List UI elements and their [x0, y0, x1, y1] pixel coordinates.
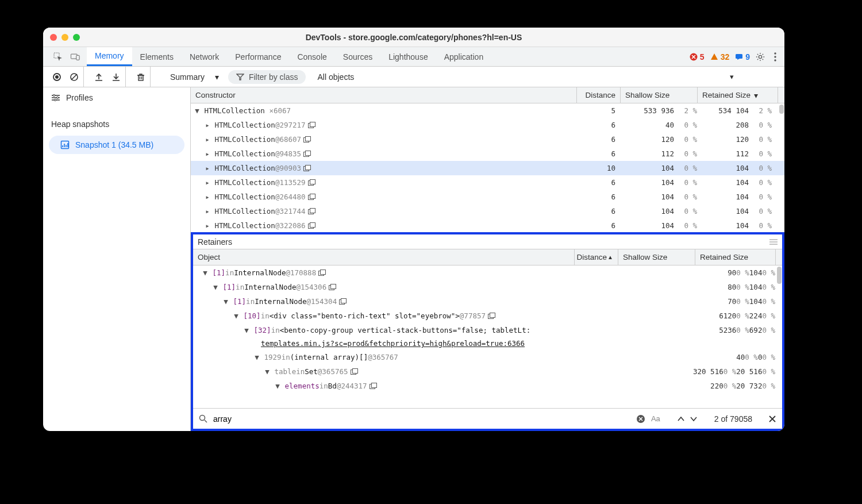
svg-point-14: [774, 52, 776, 54]
col-distance[interactable]: Distance: [576, 87, 620, 103]
svg-line-63: [205, 420, 207, 422]
tab-network[interactable]: Network: [182, 47, 227, 66]
scrollbar[interactable]: [776, 266, 782, 408]
retainer-row[interactable]: ▼ [1] in InternalNode @170888900 %1040 %: [193, 266, 782, 280]
zoom-window-button[interactable]: [73, 34, 80, 41]
col-shallow-r[interactable]: Shallow Size: [618, 249, 695, 265]
col-distance-r[interactable]: Distance▲: [574, 249, 618, 265]
table-row[interactable]: ▸ HTMLCollection @9483561120 %1120 %: [191, 147, 784, 161]
warning-count[interactable]: 32: [710, 52, 730, 61]
clear-icon[interactable]: [70, 72, 79, 82]
record-icon[interactable]: [52, 72, 61, 82]
table-row[interactable]: ▸ HTMLCollection @26448061040 %1040 %: [191, 190, 784, 204]
collapse-icon[interactable]: ▼: [233, 311, 239, 320]
error-count[interactable]: 5: [690, 52, 705, 61]
expand-icon[interactable]: ▸: [205, 207, 210, 216]
col-shallow[interactable]: Shallow Size: [620, 87, 697, 103]
close-window-button[interactable]: [50, 34, 57, 41]
svg-point-18: [55, 75, 59, 79]
table-row[interactable]: ▸ HTMLCollection @11352961040 %1040 %: [191, 175, 784, 190]
popout-icon[interactable]: [316, 270, 326, 276]
download-icon[interactable]: [111, 72, 121, 82]
settings-icon[interactable]: [756, 52, 765, 61]
retainer-row[interactable]: ▼ table in Set @365765320 5160 %20 5160 …: [193, 364, 782, 379]
tab-application[interactable]: Application: [436, 47, 492, 66]
retainer-row[interactable]: ▼ [1] in InternalNode @154304700 %1040 %: [193, 294, 782, 309]
tab-performance[interactable]: Performance: [227, 47, 289, 66]
collapse-icon[interactable]: ▼: [202, 268, 208, 277]
svg-line-20: [71, 74, 77, 80]
expand-icon[interactable]: ▸: [205, 149, 210, 158]
table-row[interactable]: ▸ HTMLCollection @90903101040 %1040 %: [191, 161, 784, 175]
popout-icon[interactable]: [301, 151, 311, 157]
popout-icon[interactable]: [486, 313, 495, 319]
menu-icon[interactable]: [769, 239, 778, 245]
inspect-icon[interactable]: [53, 52, 63, 61]
popout-icon[interactable]: [306, 194, 315, 200]
expand-icon[interactable]: ▸: [205, 221, 210, 230]
prev-match-icon[interactable]: [678, 416, 684, 422]
upload-icon[interactable]: [94, 72, 103, 82]
retainer-row[interactable]: ▼ [32] in <bento-copy-group vertical-sta…: [193, 323, 782, 337]
expand-icon[interactable]: ▸: [205, 135, 210, 144]
tab-console[interactable]: Console: [289, 47, 334, 66]
match-case-toggle[interactable]: Aa: [651, 414, 660, 423]
collapse-icon[interactable]: ▼: [223, 297, 229, 306]
table-row[interactable]: ▸ HTMLCollection @2972176400 %2080 %: [191, 118, 784, 132]
message-count[interactable]: 9: [735, 52, 750, 61]
tab-lighthouse[interactable]: Lighthouse: [380, 47, 436, 66]
collapse-icon[interactable]: ▼: [275, 382, 280, 390]
chevron-down-icon[interactable]: ▾: [730, 72, 780, 81]
expand-icon[interactable]: ▸: [205, 178, 210, 187]
retainer-row[interactable]: ▼ 1929 in (internal array)[] @365767400 …: [193, 350, 782, 364]
gc-icon[interactable]: [136, 72, 145, 82]
search-input[interactable]: [213, 414, 630, 424]
popout-icon[interactable]: [367, 383, 377, 389]
collapse-icon[interactable]: ▼: [244, 326, 249, 334]
retainer-row[interactable]: ▼ [10] in <div class="bento-rich-text" s…: [193, 309, 782, 323]
expand-icon[interactable]: ▼: [194, 106, 200, 115]
snapshot-item[interactable]: Snapshot 1 (34.5 MB): [49, 136, 184, 154]
col-object[interactable]: Object: [193, 249, 574, 265]
popout-icon[interactable]: [348, 368, 358, 375]
constructor-group-row[interactable]: ▼ HTMLCollection ×6067 5 533 9362 % 534 …: [191, 103, 784, 118]
tab-elements[interactable]: Elements: [132, 47, 182, 66]
objects-select[interactable]: All objects: [314, 72, 357, 82]
collapse-icon[interactable]: ▼: [264, 367, 270, 376]
class-filter[interactable]: Filter by class: [228, 70, 306, 84]
tab-sources[interactable]: Sources: [335, 47, 380, 66]
expand-icon[interactable]: ▸: [205, 121, 210, 129]
scrollbar[interactable]: [779, 103, 784, 232]
popout-icon[interactable]: [306, 208, 315, 214]
popout-icon[interactable]: [301, 165, 311, 171]
collapse-icon[interactable]: ▼: [213, 283, 218, 291]
tab-memory[interactable]: Memory: [87, 47, 132, 66]
profiles-heading[interactable]: Profiles: [43, 89, 190, 107]
table-row[interactable]: ▸ HTMLCollection @32208661040 %1040 %: [191, 218, 784, 232]
view-select[interactable]: Summary▾: [167, 72, 222, 82]
popout-icon[interactable]: [306, 122, 315, 128]
close-search-icon[interactable]: [768, 415, 776, 423]
next-match-icon[interactable]: [690, 416, 697, 422]
popout-icon[interactable]: [326, 284, 336, 290]
col-retained[interactable]: Retained Size▾: [697, 87, 778, 103]
table-row[interactable]: ▸ HTMLCollection @6860761200 %1200 %: [191, 132, 784, 147]
expand-icon[interactable]: ▸: [205, 193, 210, 201]
col-constructor[interactable]: Constructor: [191, 87, 576, 103]
clear-search-icon[interactable]: [636, 414, 645, 424]
table-row[interactable]: ▸ HTMLCollection @32174461040 %1040 %: [191, 204, 784, 218]
popout-icon[interactable]: [306, 222, 315, 229]
expand-icon[interactable]: ▸: [205, 164, 210, 172]
memory-toolbar: Summary▾ Filter by class All objects ▾: [43, 67, 784, 87]
col-retained-r[interactable]: Retained Size: [695, 249, 775, 265]
minimize-window-button[interactable]: [61, 34, 68, 41]
retainer-row[interactable]: ▼ [1] in InternalNode @154306800 %1040 %: [193, 280, 782, 294]
collapse-icon[interactable]: ▼: [254, 353, 260, 361]
more-icon[interactable]: [771, 52, 780, 61]
popout-icon[interactable]: [337, 298, 347, 305]
popout-icon[interactable]: [301, 136, 311, 143]
device-icon[interactable]: [71, 52, 80, 61]
chevron-down-icon: ▾: [215, 72, 219, 82]
popout-icon[interactable]: [306, 179, 315, 186]
retainer-row[interactable]: ▼ elements in Bd @2443172200 %20 7320 %: [193, 379, 782, 393]
